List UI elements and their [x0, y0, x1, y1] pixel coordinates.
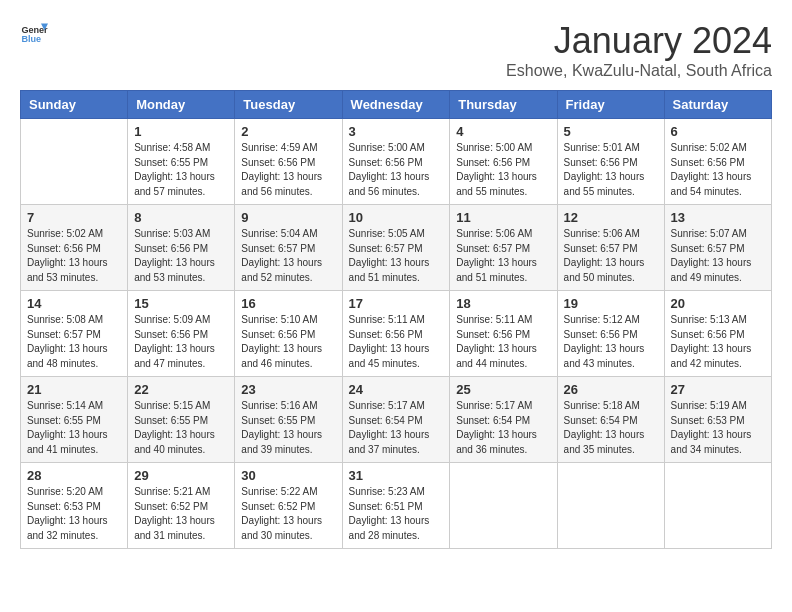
calendar-cell: 11Sunrise: 5:06 AM Sunset: 6:57 PM Dayli… — [450, 205, 557, 291]
calendar-header-row: SundayMondayTuesdayWednesdayThursdayFrid… — [21, 91, 772, 119]
day-info: Sunrise: 5:02 AM Sunset: 6:56 PM Dayligh… — [27, 227, 121, 285]
calendar-cell: 9Sunrise: 5:04 AM Sunset: 6:57 PM Daylig… — [235, 205, 342, 291]
svg-text:Blue: Blue — [21, 34, 41, 44]
day-info: Sunrise: 5:18 AM Sunset: 6:54 PM Dayligh… — [564, 399, 658, 457]
calendar-cell: 8Sunrise: 5:03 AM Sunset: 6:56 PM Daylig… — [128, 205, 235, 291]
header-day-friday: Friday — [557, 91, 664, 119]
calendar-cell: 7Sunrise: 5:02 AM Sunset: 6:56 PM Daylig… — [21, 205, 128, 291]
header-day-saturday: Saturday — [664, 91, 771, 119]
calendar-cell: 18Sunrise: 5:11 AM Sunset: 6:56 PM Dayli… — [450, 291, 557, 377]
day-info: Sunrise: 5:06 AM Sunset: 6:57 PM Dayligh… — [456, 227, 550, 285]
calendar-cell: 23Sunrise: 5:16 AM Sunset: 6:55 PM Dayli… — [235, 377, 342, 463]
day-info: Sunrise: 5:23 AM Sunset: 6:51 PM Dayligh… — [349, 485, 444, 543]
calendar-cell: 1Sunrise: 4:58 AM Sunset: 6:55 PM Daylig… — [128, 119, 235, 205]
day-info: Sunrise: 5:05 AM Sunset: 6:57 PM Dayligh… — [349, 227, 444, 285]
calendar-cell: 16Sunrise: 5:10 AM Sunset: 6:56 PM Dayli… — [235, 291, 342, 377]
calendar-cell: 20Sunrise: 5:13 AM Sunset: 6:56 PM Dayli… — [664, 291, 771, 377]
day-info: Sunrise: 5:22 AM Sunset: 6:52 PM Dayligh… — [241, 485, 335, 543]
day-number: 1 — [134, 124, 228, 139]
day-info: Sunrise: 5:07 AM Sunset: 6:57 PM Dayligh… — [671, 227, 765, 285]
day-number: 2 — [241, 124, 335, 139]
day-number: 5 — [564, 124, 658, 139]
calendar-cell: 14Sunrise: 5:08 AM Sunset: 6:57 PM Dayli… — [21, 291, 128, 377]
calendar-cell — [557, 463, 664, 549]
calendar-cell: 10Sunrise: 5:05 AM Sunset: 6:57 PM Dayli… — [342, 205, 450, 291]
header-day-thursday: Thursday — [450, 91, 557, 119]
day-number: 27 — [671, 382, 765, 397]
day-number: 16 — [241, 296, 335, 311]
calendar-cell: 29Sunrise: 5:21 AM Sunset: 6:52 PM Dayli… — [128, 463, 235, 549]
calendar-cell: 30Sunrise: 5:22 AM Sunset: 6:52 PM Dayli… — [235, 463, 342, 549]
title-area: January 2024 Eshowe, KwaZulu-Natal, Sout… — [506, 20, 772, 80]
day-info: Sunrise: 5:00 AM Sunset: 6:56 PM Dayligh… — [456, 141, 550, 199]
calendar-cell: 13Sunrise: 5:07 AM Sunset: 6:57 PM Dayli… — [664, 205, 771, 291]
day-number: 26 — [564, 382, 658, 397]
calendar-week-row: 28Sunrise: 5:20 AM Sunset: 6:53 PM Dayli… — [21, 463, 772, 549]
day-number: 22 — [134, 382, 228, 397]
day-info: Sunrise: 5:19 AM Sunset: 6:53 PM Dayligh… — [671, 399, 765, 457]
calendar-cell: 27Sunrise: 5:19 AM Sunset: 6:53 PM Dayli… — [664, 377, 771, 463]
day-number: 18 — [456, 296, 550, 311]
day-info: Sunrise: 5:08 AM Sunset: 6:57 PM Dayligh… — [27, 313, 121, 371]
day-number: 17 — [349, 296, 444, 311]
day-info: Sunrise: 5:21 AM Sunset: 6:52 PM Dayligh… — [134, 485, 228, 543]
logo: General Blue — [20, 20, 48, 48]
day-info: Sunrise: 5:06 AM Sunset: 6:57 PM Dayligh… — [564, 227, 658, 285]
calendar-week-row: 1Sunrise: 4:58 AM Sunset: 6:55 PM Daylig… — [21, 119, 772, 205]
day-info: Sunrise: 4:59 AM Sunset: 6:56 PM Dayligh… — [241, 141, 335, 199]
calendar-week-row: 7Sunrise: 5:02 AM Sunset: 6:56 PM Daylig… — [21, 205, 772, 291]
day-info: Sunrise: 5:15 AM Sunset: 6:55 PM Dayligh… — [134, 399, 228, 457]
day-number: 12 — [564, 210, 658, 225]
location-subtitle: Eshowe, KwaZulu-Natal, South Africa — [506, 62, 772, 80]
header-day-wednesday: Wednesday — [342, 91, 450, 119]
day-info: Sunrise: 5:17 AM Sunset: 6:54 PM Dayligh… — [456, 399, 550, 457]
day-info: Sunrise: 5:13 AM Sunset: 6:56 PM Dayligh… — [671, 313, 765, 371]
calendar-cell: 19Sunrise: 5:12 AM Sunset: 6:56 PM Dayli… — [557, 291, 664, 377]
calendar-cell: 31Sunrise: 5:23 AM Sunset: 6:51 PM Dayli… — [342, 463, 450, 549]
calendar-cell: 3Sunrise: 5:00 AM Sunset: 6:56 PM Daylig… — [342, 119, 450, 205]
calendar-cell — [21, 119, 128, 205]
day-number: 15 — [134, 296, 228, 311]
calendar-cell: 12Sunrise: 5:06 AM Sunset: 6:57 PM Dayli… — [557, 205, 664, 291]
day-number: 25 — [456, 382, 550, 397]
day-info: Sunrise: 5:01 AM Sunset: 6:56 PM Dayligh… — [564, 141, 658, 199]
calendar-cell: 21Sunrise: 5:14 AM Sunset: 6:55 PM Dayli… — [21, 377, 128, 463]
calendar-week-row: 14Sunrise: 5:08 AM Sunset: 6:57 PM Dayli… — [21, 291, 772, 377]
calendar-cell: 28Sunrise: 5:20 AM Sunset: 6:53 PM Dayli… — [21, 463, 128, 549]
calendar-cell: 4Sunrise: 5:00 AM Sunset: 6:56 PM Daylig… — [450, 119, 557, 205]
day-number: 31 — [349, 468, 444, 483]
day-number: 13 — [671, 210, 765, 225]
day-number: 7 — [27, 210, 121, 225]
day-info: Sunrise: 5:11 AM Sunset: 6:56 PM Dayligh… — [456, 313, 550, 371]
day-info: Sunrise: 5:02 AM Sunset: 6:56 PM Dayligh… — [671, 141, 765, 199]
day-number: 29 — [134, 468, 228, 483]
calendar-cell: 5Sunrise: 5:01 AM Sunset: 6:56 PM Daylig… — [557, 119, 664, 205]
day-info: Sunrise: 5:03 AM Sunset: 6:56 PM Dayligh… — [134, 227, 228, 285]
calendar-cell: 25Sunrise: 5:17 AM Sunset: 6:54 PM Dayli… — [450, 377, 557, 463]
day-info: Sunrise: 5:11 AM Sunset: 6:56 PM Dayligh… — [349, 313, 444, 371]
header-day-tuesday: Tuesday — [235, 91, 342, 119]
day-info: Sunrise: 5:12 AM Sunset: 6:56 PM Dayligh… — [564, 313, 658, 371]
day-info: Sunrise: 5:17 AM Sunset: 6:54 PM Dayligh… — [349, 399, 444, 457]
calendar-cell: 2Sunrise: 4:59 AM Sunset: 6:56 PM Daylig… — [235, 119, 342, 205]
header-day-monday: Monday — [128, 91, 235, 119]
day-number: 19 — [564, 296, 658, 311]
calendar-cell: 26Sunrise: 5:18 AM Sunset: 6:54 PM Dayli… — [557, 377, 664, 463]
calendar-cell: 6Sunrise: 5:02 AM Sunset: 6:56 PM Daylig… — [664, 119, 771, 205]
calendar-cell — [450, 463, 557, 549]
day-info: Sunrise: 5:04 AM Sunset: 6:57 PM Dayligh… — [241, 227, 335, 285]
page-header: General Blue January 2024 Eshowe, KwaZul… — [20, 20, 772, 80]
day-number: 28 — [27, 468, 121, 483]
day-info: Sunrise: 5:20 AM Sunset: 6:53 PM Dayligh… — [27, 485, 121, 543]
day-info: Sunrise: 5:16 AM Sunset: 6:55 PM Dayligh… — [241, 399, 335, 457]
calendar-cell: 17Sunrise: 5:11 AM Sunset: 6:56 PM Dayli… — [342, 291, 450, 377]
day-number: 6 — [671, 124, 765, 139]
calendar-cell: 22Sunrise: 5:15 AM Sunset: 6:55 PM Dayli… — [128, 377, 235, 463]
day-info: Sunrise: 4:58 AM Sunset: 6:55 PM Dayligh… — [134, 141, 228, 199]
calendar-cell: 15Sunrise: 5:09 AM Sunset: 6:56 PM Dayli… — [128, 291, 235, 377]
calendar-table: SundayMondayTuesdayWednesdayThursdayFrid… — [20, 90, 772, 549]
calendar-cell — [664, 463, 771, 549]
day-number: 4 — [456, 124, 550, 139]
calendar-cell: 24Sunrise: 5:17 AM Sunset: 6:54 PM Dayli… — [342, 377, 450, 463]
month-title: January 2024 — [506, 20, 772, 62]
